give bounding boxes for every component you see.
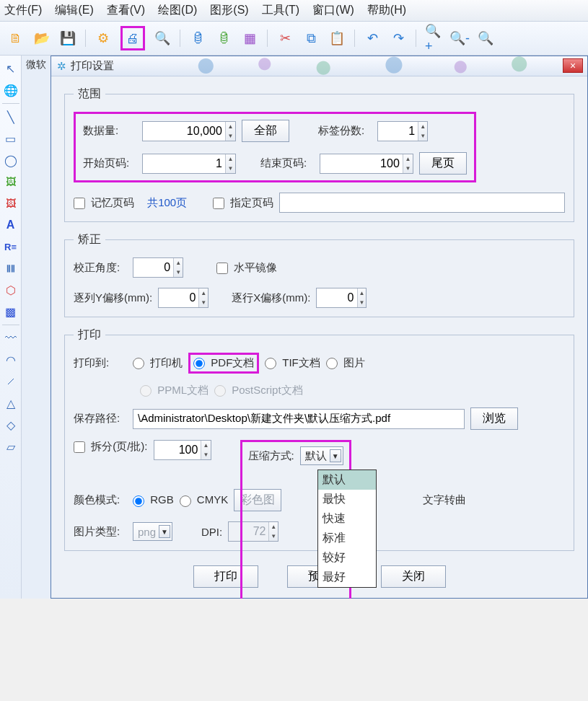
arc-tool-icon[interactable]: ◠: [2, 351, 19, 369]
hexagon-tool-icon[interactable]: ⬡: [2, 281, 19, 299]
menu-draw[interactable]: 绘图(D): [158, 3, 197, 18]
image2-tool-icon[interactable]: 🖼: [2, 195, 19, 212]
richtext-tool-icon[interactable]: R≡: [2, 238, 19, 255]
mirror-checkbox[interactable]: 水平镜像: [216, 261, 277, 275]
select-tool-icon[interactable]: ↖: [2, 60, 19, 77]
spin-down-icon[interactable]: ▼: [418, 131, 427, 141]
open-file-icon[interactable]: 📂: [33, 30, 51, 47]
spin-up-icon[interactable]: ▲: [358, 288, 367, 298]
compression-label: 压缩方式:: [248, 449, 294, 463]
spin-down-icon[interactable]: ▼: [226, 164, 235, 173]
grid-icon[interactable]: ▦: [241, 30, 258, 47]
menu-window[interactable]: 窗口(W): [312, 3, 354, 18]
range-highlight: 数据量: ▲▼ 全部 标签份数:: [74, 112, 476, 182]
col-offset-input[interactable]: [159, 288, 198, 307]
zoom-out-icon[interactable]: 🔍-: [451, 30, 468, 47]
menu-shape[interactable]: 图形(S): [210, 3, 248, 18]
polyline-tool-icon[interactable]: ⟋: [2, 373, 19, 390]
curve-tool-icon[interactable]: 〰: [2, 330, 19, 347]
specify-page-checkbox[interactable]: 指定页码: [213, 196, 273, 210]
menu-file[interactable]: 文件(F): [4, 3, 42, 18]
compression-option[interactable]: 默认: [318, 470, 376, 490]
compression-option[interactable]: 最好: [318, 568, 376, 587]
qrcode-tool-icon[interactable]: ▩: [2, 303, 19, 320]
print-preview-icon[interactable]: 🔍: [154, 30, 171, 47]
close-button[interactable]: 关闭: [381, 565, 446, 588]
spin-up-icon[interactable]: ▲: [201, 441, 210, 450]
parallelogram-tool-icon[interactable]: ▱: [2, 438, 19, 455]
last-page-button[interactable]: 尾页: [419, 152, 467, 175]
triangle-tool-icon[interactable]: △: [2, 394, 19, 412]
compression-select[interactable]: 默认 ▼: [300, 446, 343, 465]
dialog-close-button[interactable]: ×: [563, 58, 583, 73]
separator-icon: [267, 30, 268, 47]
undo-icon[interactable]: ↶: [364, 30, 381, 47]
cut-icon[interactable]: ✂: [276, 30, 294, 47]
spin-down-icon[interactable]: ▼: [199, 298, 208, 307]
save-icon[interactable]: 💾: [59, 30, 76, 47]
gear-icon[interactable]: ⚙: [95, 30, 112, 47]
spin-up-icon[interactable]: ▲: [199, 288, 208, 298]
new-file-icon[interactable]: 🗎: [7, 30, 25, 47]
cmyk-radio[interactable]: CMYK: [180, 493, 229, 506]
spin-up-icon[interactable]: ▲: [174, 258, 183, 268]
spin-down-icon[interactable]: ▼: [358, 298, 367, 307]
menu-edit[interactable]: 编辑(E): [55, 3, 93, 18]
menu-tool[interactable]: 工具(T): [262, 3, 299, 18]
redo-icon[interactable]: ↷: [390, 30, 407, 47]
spin-up-icon[interactable]: ▲: [226, 122, 235, 131]
copy-icon[interactable]: ⧉: [302, 30, 320, 47]
separator-icon: [85, 30, 86, 47]
spin-down-icon[interactable]: ▼: [201, 450, 210, 459]
ellipse-tool-icon[interactable]: ◯: [2, 151, 19, 169]
split-input[interactable]: [154, 441, 201, 459]
spin-down-icon[interactable]: ▼: [226, 131, 235, 141]
menu-help[interactable]: 帮助(H): [367, 3, 406, 18]
row-offset-input[interactable]: [317, 288, 356, 307]
rgb-radio[interactable]: RGB: [133, 493, 174, 506]
zoom-fit-icon[interactable]: 🔍: [477, 30, 494, 47]
opt-printer-radio[interactable]: 打印机: [133, 356, 183, 370]
chevron-down-icon[interactable]: ▼: [330, 449, 341, 462]
image-tool-icon[interactable]: 🖼: [2, 173, 19, 190]
compression-option[interactable]: 标准: [318, 529, 376, 548]
specify-page-input[interactable]: [279, 193, 565, 213]
compression-option[interactable]: 最快: [318, 490, 376, 509]
spin-up-icon[interactable]: ▲: [403, 154, 413, 164]
database-link-icon[interactable]: 🛢: [215, 30, 232, 47]
database-icon[interactable]: 🛢: [189, 30, 206, 47]
end-page-input[interactable]: [320, 154, 403, 173]
barcode-tool-icon[interactable]: ⦀⦀: [2, 260, 19, 277]
angle-input[interactable]: [133, 258, 173, 277]
copies-input[interactable]: [378, 122, 418, 141]
spin-down-icon[interactable]: ▼: [403, 164, 413, 173]
browse-button[interactable]: 浏览: [470, 407, 518, 430]
spin-up-icon[interactable]: ▲: [226, 154, 235, 164]
text-curve-checkbox[interactable]: 文字转曲: [423, 493, 466, 507]
compression-option[interactable]: 较好: [318, 548, 376, 568]
opt-tif-radio[interactable]: TIF文档: [265, 356, 320, 370]
all-button[interactable]: 全部: [242, 120, 289, 142]
spin-up-icon[interactable]: ▲: [418, 122, 427, 131]
compression-option[interactable]: 快速: [318, 509, 376, 529]
rect-tool-icon[interactable]: ▭: [2, 130, 19, 147]
paste-icon[interactable]: 📋: [328, 30, 346, 47]
img-type-select: png ▼: [133, 522, 172, 541]
document-tab[interactable]: 微软: [22, 56, 51, 599]
print-to-label: 打印到:: [74, 356, 127, 370]
opt-img-radio[interactable]: 图片: [326, 356, 365, 370]
opt-pdf-radio[interactable]: PDF文档: [193, 356, 254, 370]
pan-tool-icon[interactable]: 🌐: [2, 81, 19, 99]
remember-page-checkbox[interactable]: 记忆页码: [74, 196, 134, 210]
start-page-input[interactable]: [143, 154, 225, 173]
spin-down-icon[interactable]: ▼: [174, 268, 183, 277]
print-icon[interactable]: 🖨: [124, 30, 141, 47]
diamond-tool-icon[interactable]: ◇: [2, 416, 19, 433]
path-input[interactable]: [133, 409, 465, 429]
data-qty-input[interactable]: [143, 122, 225, 141]
line-tool-icon[interactable]: ╲: [2, 108, 19, 125]
menu-view[interactable]: 查看(V): [107, 3, 145, 18]
text-tool-icon[interactable]: A: [2, 216, 19, 234]
split-checkbox[interactable]: 拆分(页/批):: [74, 440, 148, 454]
zoom-in-icon[interactable]: 🔍+: [425, 30, 442, 47]
